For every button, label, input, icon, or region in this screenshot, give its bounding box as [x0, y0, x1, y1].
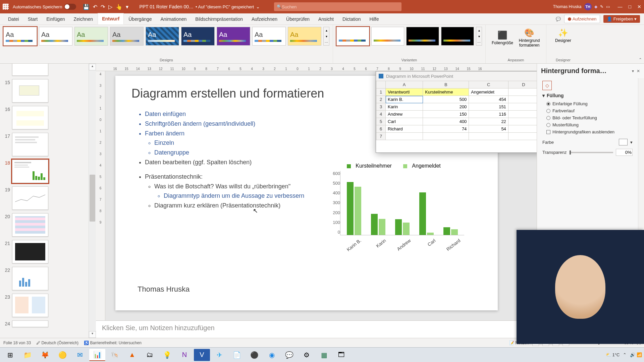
tray-chevron-icon[interactable]: ⌃: [623, 352, 627, 357]
datasheet-grid[interactable]: A B C D E F G 1VerantwortlKursteilnehmeA…: [376, 81, 537, 140]
onenote-icon[interactable]: N: [176, 349, 193, 361]
col-header[interactable]: A: [386, 81, 423, 88]
tab-uebergaenge[interactable]: Übergänge: [124, 14, 156, 24]
thumb-14[interactable]: [12, 64, 48, 76]
cell[interactable]: Verantwortl: [386, 88, 423, 96]
tab-bildschirmpraesentation[interactable]: Bildschirmpräsentation: [191, 14, 247, 24]
theme-office[interactable]: Aa: [3, 27, 37, 46]
slide-body[interactable]: Daten einfügen Schriftgrößen ändern (ges…: [136, 109, 304, 210]
theme-7[interactable]: Aa: [217, 27, 250, 46]
fill-solid-option[interactable]: Einfarbige Füllung: [542, 100, 633, 107]
theme-3[interactable]: Aa: [74, 27, 108, 46]
cell[interactable]: 151: [469, 103, 508, 111]
variant-2[interactable]: [371, 27, 404, 46]
window-icon[interactable]: ▭: [606, 4, 610, 9]
firefox-icon[interactable]: 🦊: [37, 349, 53, 361]
scroll-up-icon[interactable]: ▴: [89, 64, 96, 70]
start-slideshow-icon[interactable]: ▷: [108, 4, 112, 10]
chart-datasheet-window[interactable]: Diagramm in Microsoft PowerPoint ✕ A B C…: [376, 71, 537, 153]
notes-pane[interactable]: Klicken Sie, um Notizen hinzuzufügen: [96, 320, 537, 338]
cell[interactable]: Richard: [386, 125, 423, 133]
variant-3[interactable]: [406, 27, 439, 46]
thumb-21[interactable]: [12, 240, 48, 263]
collapse-ribbon-icon[interactable]: ⌃: [639, 57, 642, 62]
theme-4[interactable]: Aa: [110, 27, 144, 46]
format-background-button[interactable]: 🎨Hintergrund formatieren: [516, 27, 543, 49]
cell[interactable]: 400: [423, 118, 469, 125]
outlook-icon[interactable]: ✉: [72, 349, 88, 361]
pane-dropdown-icon[interactable]: ▾: [632, 69, 634, 73]
thumb-19[interactable]: [12, 186, 48, 210]
search-box[interactable]: 🔍: [274, 2, 401, 11]
undo-icon[interactable]: ↶: [93, 4, 97, 10]
fill-section[interactable]: ▾Füllung: [542, 93, 633, 98]
app-icon[interactable]: V: [194, 349, 210, 361]
slide-title[interactable]: Diagramm erstellen und formatieren: [131, 86, 324, 101]
touch-mode-icon[interactable]: 👆: [116, 4, 122, 10]
transparency-slider[interactable]: [570, 152, 613, 153]
variant-1[interactable]: [336, 27, 369, 46]
pen-icon[interactable]: ✎: [600, 4, 603, 9]
cell[interactable]: 454: [469, 96, 508, 103]
hide-bg-graphics-option[interactable]: Hintergrundgrafiken ausblenden: [542, 128, 633, 135]
scroll-thumb[interactable]: [90, 175, 95, 222]
tab-animationen[interactable]: Animationen: [157, 14, 191, 24]
designer-button[interactable]: ✨Designer: [550, 27, 577, 44]
fill-picture-option[interactable]: Bild- oder Texturfüllung: [542, 114, 633, 121]
theme-9[interactable]: Aa: [288, 27, 321, 46]
thumb-24[interactable]: [12, 320, 48, 327]
thumbs-scrollbar[interactable]: ▴ ▾: [89, 64, 96, 338]
cell[interactable]: 116: [469, 111, 508, 118]
search-input[interactable]: [282, 4, 399, 9]
thumb-22[interactable]: [12, 267, 48, 290]
cell[interactable]: Karin: [386, 103, 423, 111]
obs-icon[interactable]: ⚫: [246, 349, 262, 361]
variant-4[interactable]: [441, 27, 474, 46]
thumb-18[interactable]: [12, 160, 48, 183]
account-area[interactable]: Thomas Hruska TH ◆ ✎ ▭: [553, 3, 610, 10]
app-icon[interactable]: 🗔: [333, 349, 350, 361]
pane-close-icon[interactable]: ✕: [637, 69, 640, 73]
maximize-icon[interactable]: □: [629, 4, 631, 9]
cell[interactable]: 150: [423, 111, 469, 118]
chevron-down-icon[interactable]: ▾: [630, 140, 633, 145]
cell[interactable]: 22: [469, 118, 508, 125]
document-title[interactable]: PPT 01 Roter Faden 00… • Auf "diesem PC"…: [139, 4, 260, 9]
toggle-switch-icon[interactable]: [64, 4, 76, 10]
tab-datei[interactable]: Datei: [4, 14, 23, 24]
tab-aufzeichnen[interactable]: Aufzeichnen: [248, 14, 281, 24]
tab-entwurf[interactable]: Entwurf: [98, 13, 124, 24]
tray-area[interactable]: 🔊 📶: [630, 352, 642, 357]
accessibility-checker[interactable]: ♿ Barrierefreiheit: Untersuchen: [84, 341, 142, 345]
app-icon[interactable]: 🗂: [142, 349, 158, 361]
weather-widget[interactable]: ⛅ 1°C: [606, 352, 620, 357]
app-icon[interactable]: ◉: [264, 349, 280, 361]
comments-icon[interactable]: 💬: [556, 17, 561, 21]
tab-hilfe[interactable]: Hilfe: [365, 14, 383, 24]
fill-pattern-option[interactable]: Musterfüllung: [542, 121, 633, 128]
theme-5[interactable]: Aa: [146, 27, 179, 46]
theme-8[interactable]: Aa: [252, 27, 286, 46]
tab-einfuegen[interactable]: Einfügen: [42, 14, 69, 24]
chart[interactable]: Kursteilnehmer Angemeldet 60050040030020…: [327, 163, 464, 263]
cell[interactable]: Karin B.: [386, 96, 423, 103]
share-button[interactable]: 👤 Freigeben ▾: [603, 15, 640, 23]
slide-counter[interactable]: Folie 18 von 33: [3, 341, 31, 345]
cell[interactable]: 500: [423, 96, 469, 103]
col-header[interactable]: B: [423, 81, 469, 88]
slide-canvas[interactable]: Diagramm erstellen und formatieren Daten…: [105, 71, 537, 320]
file-explorer-icon[interactable]: 📁: [19, 349, 36, 361]
cell[interactable]: Carl: [386, 118, 423, 125]
cell[interactable]: 54: [469, 125, 508, 133]
slide-size-button[interactable]: ⬛Foliengröße: [489, 27, 516, 49]
thumb-17[interactable]: [12, 133, 48, 156]
fill-color-picker[interactable]: [619, 139, 628, 145]
cell[interactable]: 200: [423, 103, 469, 111]
telegram-icon[interactable]: ✈: [211, 349, 227, 361]
redo-icon[interactable]: ↷: [101, 4, 105, 10]
app-grid-icon[interactable]: [3, 4, 9, 10]
app-icon[interactable]: 💡: [159, 349, 175, 361]
fill-gradient-option[interactable]: Farbverlauf: [542, 107, 633, 114]
col-header[interactable]: D: [508, 81, 537, 88]
cell[interactable]: Kursteilnehme: [423, 88, 469, 96]
